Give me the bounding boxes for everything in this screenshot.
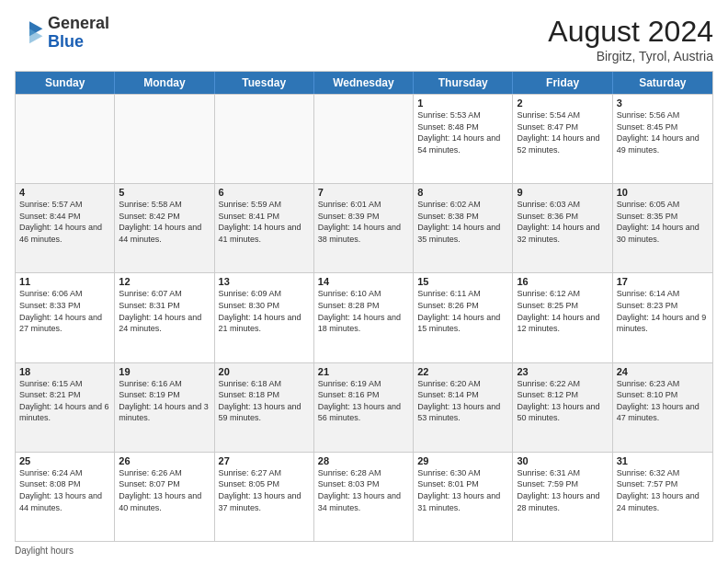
header-day-wednesday: Wednesday	[314, 72, 414, 94]
day-cell-27: 27Sunrise: 6:27 AMSunset: 8:05 PMDayligh…	[215, 453, 314, 541]
day-info: Sunrise: 6:18 AMSunset: 8:18 PMDaylight:…	[219, 378, 310, 424]
day-cell-15: 15Sunrise: 6:11 AMSunset: 8:26 PMDayligh…	[414, 273, 513, 362]
day-cell-31: 31Sunrise: 6:32 AMSunset: 7:57 PMDayligh…	[613, 453, 712, 541]
day-number: 2	[517, 98, 608, 109]
day-info: Sunrise: 6:27 AMSunset: 8:05 PMDaylight:…	[219, 467, 310, 513]
day-cell-17: 17Sunrise: 6:14 AMSunset: 8:23 PMDayligh…	[613, 273, 712, 362]
month-year: August 2024	[548, 15, 713, 49]
header-day-saturday: Saturday	[613, 72, 712, 94]
title-block: August 2024 Birgitz, Tyrol, Austria	[548, 15, 713, 63]
header-day-friday: Friday	[513, 72, 612, 94]
calendar-week-4: 18Sunrise: 6:15 AMSunset: 8:21 PMDayligh…	[16, 362, 712, 452]
day-number: 15	[417, 276, 508, 287]
day-number: 16	[517, 276, 608, 287]
day-number: 11	[19, 276, 110, 287]
day-info: Sunrise: 6:30 AMSunset: 8:01 PMDaylight:…	[417, 467, 508, 513]
day-info: Sunrise: 6:09 AMSunset: 8:30 PMDaylight:…	[219, 288, 310, 334]
day-number: 17	[617, 276, 709, 287]
day-number: 6	[219, 187, 310, 198]
day-info: Sunrise: 5:59 AMSunset: 8:41 PMDaylight:…	[219, 199, 310, 245]
day-info: Sunrise: 6:05 AMSunset: 8:35 PMDaylight:…	[617, 199, 709, 245]
calendar-header: SundayMondayTuesdayWednesdayThursdayFrid…	[16, 72, 712, 94]
day-info: Sunrise: 5:58 AMSunset: 8:42 PMDaylight:…	[119, 199, 210, 245]
day-info: Sunrise: 6:24 AMSunset: 8:08 PMDaylight:…	[19, 467, 110, 513]
day-number: 18	[19, 366, 110, 377]
day-info: Sunrise: 6:23 AMSunset: 8:10 PMDaylight:…	[617, 378, 709, 424]
day-info: Sunrise: 6:01 AMSunset: 8:39 PMDaylight:…	[318, 199, 409, 245]
day-cell-9: 9Sunrise: 6:03 AMSunset: 8:36 PMDaylight…	[513, 184, 612, 272]
day-cell-29: 29Sunrise: 6:30 AMSunset: 8:01 PMDayligh…	[414, 453, 513, 541]
day-cell-3: 3Sunrise: 5:56 AMSunset: 8:45 PMDaylight…	[613, 95, 712, 183]
calendar-week-5: 25Sunrise: 6:24 AMSunset: 8:08 PMDayligh…	[16, 452, 712, 541]
day-cell-2: 2Sunrise: 5:54 AMSunset: 8:47 PMDaylight…	[513, 95, 612, 183]
day-cell-14: 14Sunrise: 6:10 AMSunset: 8:28 PMDayligh…	[314, 273, 414, 362]
day-number: 19	[119, 366, 210, 377]
empty-cell	[115, 95, 214, 183]
day-number: 24	[617, 366, 709, 377]
day-info: Sunrise: 6:26 AMSunset: 8:07 PMDaylight:…	[119, 467, 210, 513]
day-cell-7: 7Sunrise: 6:01 AMSunset: 8:39 PMDaylight…	[314, 184, 414, 272]
day-number: 30	[517, 455, 608, 466]
location: Birgitz, Tyrol, Austria	[548, 49, 713, 63]
logo-icon	[15, 18, 44, 48]
calendar-week-2: 4Sunrise: 5:57 AMSunset: 8:44 PMDaylight…	[16, 183, 712, 272]
calendar: SundayMondayTuesdayWednesdayThursdayFrid…	[15, 71, 713, 542]
day-info: Sunrise: 6:14 AMSunset: 8:23 PMDaylight:…	[617, 288, 709, 334]
day-info: Sunrise: 6:03 AMSunset: 8:36 PMDaylight:…	[517, 199, 608, 245]
day-cell-18: 18Sunrise: 6:15 AMSunset: 8:21 PMDayligh…	[16, 363, 115, 452]
calendar-week-3: 11Sunrise: 6:06 AMSunset: 8:33 PMDayligh…	[16, 272, 712, 362]
day-cell-26: 26Sunrise: 6:26 AMSunset: 8:07 PMDayligh…	[115, 453, 214, 541]
day-cell-13: 13Sunrise: 6:09 AMSunset: 8:30 PMDayligh…	[215, 273, 314, 362]
header-day-tuesday: Tuesday	[215, 72, 314, 94]
day-number: 23	[517, 366, 608, 377]
header-day-thursday: Thursday	[414, 72, 513, 94]
day-cell-6: 6Sunrise: 5:59 AMSunset: 8:41 PMDaylight…	[215, 184, 314, 272]
day-number: 3	[617, 98, 709, 109]
day-info: Sunrise: 6:28 AMSunset: 8:03 PMDaylight:…	[318, 467, 409, 513]
day-number: 10	[617, 187, 709, 198]
day-info: Sunrise: 6:11 AMSunset: 8:26 PMDaylight:…	[417, 288, 508, 334]
day-cell-28: 28Sunrise: 6:28 AMSunset: 8:03 PMDayligh…	[314, 453, 414, 541]
day-number: 27	[219, 455, 310, 466]
day-number: 8	[417, 187, 508, 198]
day-cell-22: 22Sunrise: 6:20 AMSunset: 8:14 PMDayligh…	[414, 363, 513, 452]
day-number: 4	[19, 187, 110, 198]
day-number: 5	[119, 187, 210, 198]
day-number: 28	[318, 455, 409, 466]
empty-cell	[16, 95, 115, 183]
day-number: 31	[617, 455, 709, 466]
day-number: 20	[219, 366, 310, 377]
day-cell-24: 24Sunrise: 6:23 AMSunset: 8:10 PMDayligh…	[613, 363, 712, 452]
day-number: 14	[318, 276, 409, 287]
day-number: 22	[417, 366, 508, 377]
day-cell-12: 12Sunrise: 6:07 AMSunset: 8:31 PMDayligh…	[115, 273, 214, 362]
day-cell-25: 25Sunrise: 6:24 AMSunset: 8:08 PMDayligh…	[16, 453, 115, 541]
day-info: Sunrise: 6:07 AMSunset: 8:31 PMDaylight:…	[119, 288, 210, 334]
day-number: 29	[417, 455, 508, 466]
day-cell-11: 11Sunrise: 6:06 AMSunset: 8:33 PMDayligh…	[16, 273, 115, 362]
day-info: Sunrise: 6:02 AMSunset: 8:38 PMDaylight:…	[417, 199, 508, 245]
day-info: Sunrise: 5:56 AMSunset: 8:45 PMDaylight:…	[617, 109, 709, 155]
empty-cell	[215, 95, 314, 183]
day-info: Sunrise: 5:57 AMSunset: 8:44 PMDaylight:…	[19, 199, 110, 245]
header: General Blue August 2024 Birgitz, Tyrol,…	[15, 15, 713, 63]
day-info: Sunrise: 6:15 AMSunset: 8:21 PMDaylight:…	[19, 378, 110, 424]
day-cell-23: 23Sunrise: 6:22 AMSunset: 8:12 PMDayligh…	[513, 363, 612, 452]
day-cell-4: 4Sunrise: 5:57 AMSunset: 8:44 PMDaylight…	[16, 184, 115, 272]
day-info: Sunrise: 6:19 AMSunset: 8:16 PMDaylight:…	[318, 378, 409, 424]
day-cell-19: 19Sunrise: 6:16 AMSunset: 8:19 PMDayligh…	[115, 363, 214, 452]
day-cell-20: 20Sunrise: 6:18 AMSunset: 8:18 PMDayligh…	[215, 363, 314, 452]
day-info: Sunrise: 6:32 AMSunset: 7:57 PMDaylight:…	[617, 467, 709, 513]
logo-text: General Blue	[48, 15, 109, 52]
day-info: Sunrise: 5:53 AMSunset: 8:48 PMDaylight:…	[417, 109, 508, 155]
day-cell-16: 16Sunrise: 6:12 AMSunset: 8:25 PMDayligh…	[513, 273, 612, 362]
day-cell-10: 10Sunrise: 6:05 AMSunset: 8:35 PMDayligh…	[613, 184, 712, 272]
empty-cell	[314, 95, 414, 183]
day-info: Sunrise: 6:31 AMSunset: 7:59 PMDaylight:…	[517, 467, 608, 513]
day-info: Sunrise: 6:10 AMSunset: 8:28 PMDaylight:…	[318, 288, 409, 334]
day-info: Sunrise: 6:12 AMSunset: 8:25 PMDaylight:…	[517, 288, 608, 334]
day-cell-30: 30Sunrise: 6:31 AMSunset: 7:59 PMDayligh…	[513, 453, 612, 541]
page: General Blue August 2024 Birgitz, Tyrol,…	[0, 0, 728, 563]
day-info: Sunrise: 6:16 AMSunset: 8:19 PMDaylight:…	[119, 378, 210, 424]
day-number: 7	[318, 187, 409, 198]
